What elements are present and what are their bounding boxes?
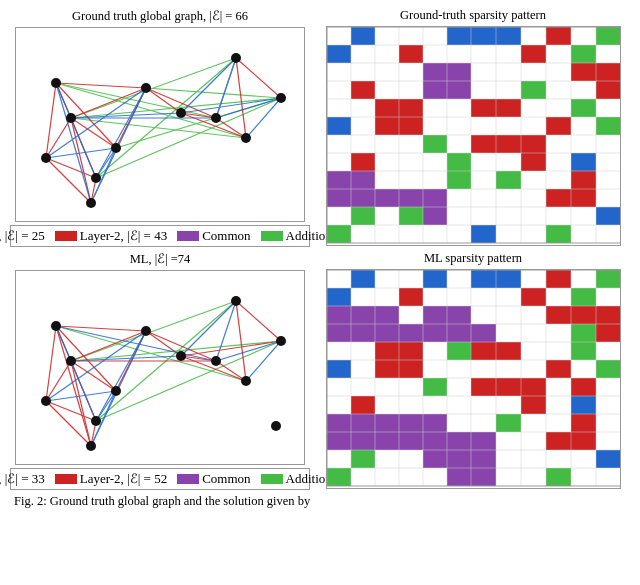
svg-rect-102 (327, 99, 351, 117)
svg-point-263 (241, 376, 251, 386)
svg-rect-315 (571, 342, 596, 360)
svg-rect-137 (375, 153, 399, 171)
svg-rect-321 (423, 360, 447, 378)
svg-rect-268 (351, 270, 375, 288)
svg-rect-116 (399, 117, 423, 135)
top-left-title: Ground truth global graph, |ℰ| = 66 (72, 8, 248, 24)
svg-rect-178 (351, 225, 375, 243)
svg-rect-382 (471, 468, 496, 486)
svg-rect-350 (327, 414, 447, 432)
svg-rect-120 (521, 117, 546, 135)
svg-rect-355 (546, 414, 571, 432)
svg-rect-372 (521, 450, 546, 468)
svg-rect-96 (447, 81, 471, 99)
svg-rect-378 (375, 468, 399, 486)
svg-line-221 (46, 361, 71, 401)
svg-rect-365 (351, 450, 375, 468)
svg-rect-308 (375, 342, 399, 360)
svg-rect-136 (351, 153, 375, 171)
svg-rect-327 (596, 360, 621, 378)
svg-rect-70 (351, 45, 375, 63)
svg-rect-307 (351, 342, 375, 360)
svg-rect-60 (375, 27, 399, 45)
svg-point-53 (211, 113, 221, 123)
svg-rect-332 (423, 378, 447, 396)
svg-rect-359 (471, 432, 496, 450)
svg-rect-271 (423, 270, 447, 288)
svg-rect-122 (571, 117, 596, 135)
svg-line-27 (236, 58, 281, 98)
top-row: Ground truth global graph, |ℰ| = 66 (10, 8, 630, 247)
svg-rect-101 (596, 81, 621, 99)
svg-rect-85 (447, 63, 471, 81)
svg-rect-294 (521, 306, 546, 324)
svg-rect-349 (596, 396, 621, 414)
svg-rect-267 (327, 270, 351, 288)
svg-point-265 (276, 336, 286, 346)
svg-rect-369 (447, 450, 471, 468)
svg-rect-73 (423, 45, 447, 63)
top-right-title: Ground-truth sparsity pattern (400, 8, 546, 23)
svg-line-242 (56, 326, 216, 361)
svg-rect-275 (546, 270, 571, 288)
svg-rect-361 (521, 432, 546, 450)
svg-line-217 (71, 331, 146, 361)
svg-rect-90 (596, 63, 621, 81)
svg-point-256 (41, 396, 51, 406)
svg-rect-142 (521, 153, 546, 171)
svg-point-257 (91, 416, 101, 426)
svg-rect-311 (447, 342, 471, 360)
svg-rect-277 (596, 270, 621, 288)
svg-rect-148 (423, 171, 447, 189)
bottom-sparsity-svg (326, 269, 621, 489)
legend-item-common-top: Common (177, 228, 250, 244)
svg-rect-109 (521, 99, 546, 117)
main-container: Ground truth global graph, |ℰ| = 66 (0, 0, 640, 513)
svg-rect-87 (521, 63, 546, 81)
svg-line-17 (46, 83, 56, 158)
bottom-row: ML, |ℰ| =74 (10, 251, 630, 490)
svg-rect-99 (546, 81, 571, 99)
svg-line-9 (71, 88, 146, 118)
svg-rect-118 (447, 117, 471, 135)
svg-rect-368 (423, 450, 447, 468)
svg-rect-172 (496, 207, 521, 225)
svg-line-30 (71, 113, 181, 118)
svg-rect-313 (521, 342, 546, 360)
bottom-left-svg (16, 271, 306, 466)
svg-rect-71 (375, 45, 399, 63)
svg-rect-76 (521, 45, 546, 63)
svg-rect-270 (399, 270, 423, 288)
svg-rect-104 (375, 99, 399, 117)
svg-rect-366 (375, 450, 399, 468)
svg-rect-290 (399, 306, 423, 324)
svg-rect-376 (327, 468, 351, 486)
svg-rect-69 (327, 45, 351, 63)
svg-line-245 (46, 391, 116, 401)
svg-point-258 (86, 441, 96, 451)
svg-rect-318 (351, 360, 375, 378)
top-left-graph (15, 27, 305, 222)
svg-rect-339 (327, 396, 351, 414)
svg-rect-179 (375, 225, 399, 243)
svg-rect-360 (496, 432, 521, 450)
svg-rect-88 (546, 63, 571, 81)
legend-label-layer2-bottom: Layer-2, |ℰ| = 52 (80, 471, 167, 487)
svg-rect-166 (351, 207, 375, 225)
svg-rect-81 (351, 63, 375, 81)
svg-point-47 (41, 153, 51, 163)
svg-rect-280 (375, 288, 399, 306)
svg-rect-79 (596, 45, 621, 63)
svg-rect-160 (471, 189, 496, 207)
svg-rect-121 (546, 117, 571, 135)
legend-swatch-red-bottom (55, 474, 77, 484)
top-left-panel: Ground truth global graph, |ℰ| = 66 (10, 8, 310, 247)
svg-rect-185 (521, 225, 546, 243)
svg-rect-182 (447, 225, 471, 243)
svg-rect-279 (351, 288, 375, 306)
svg-rect-59 (351, 27, 375, 45)
svg-rect-295 (546, 306, 571, 324)
svg-rect-95 (423, 81, 447, 99)
svg-rect-65 (521, 27, 546, 45)
svg-rect-281 (399, 288, 423, 306)
